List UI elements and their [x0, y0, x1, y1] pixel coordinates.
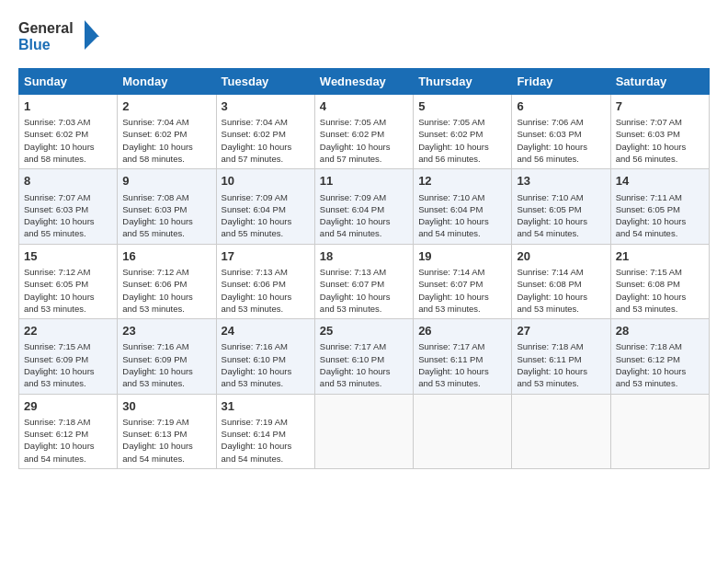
day-info-line: Sunset: 6:04 PM [222, 203, 310, 215]
day-number: 14 [616, 173, 704, 190]
day-info-line: Sunrise: 7:05 AM [418, 116, 506, 128]
day-info-line: Sunset: 6:03 PM [24, 203, 112, 215]
day-info-line: and 53 minutes. [320, 303, 408, 315]
day-cell: 29Sunrise: 7:18 AMSunset: 6:12 PMDayligh… [19, 394, 118, 468]
day-cell: 3Sunrise: 7:04 AMSunset: 6:02 PMDaylight… [216, 95, 314, 169]
day-info-line: Daylight: 10 hours [24, 440, 112, 452]
day-number: 4 [320, 98, 408, 115]
day-info-line: Sunrise: 7:14 AM [517, 266, 605, 278]
day-info-line: Sunrise: 7:09 AM [320, 191, 408, 203]
day-number: 19 [418, 248, 506, 265]
day-info-line: and 53 minutes. [222, 377, 310, 389]
col-wednesday: Wednesday [314, 69, 413, 95]
logo-area: General Blue [18, 17, 101, 59]
day-info-line: Sunset: 6:02 PM [122, 128, 210, 140]
day-number: 9 [122, 173, 210, 190]
calendar-page: General Blue Sunday Monday Tuesday Wedne… [0, 0, 728, 480]
day-info-line: Sunrise: 7:03 AM [24, 116, 112, 128]
day-number: 16 [122, 248, 210, 265]
day-cell: 30Sunrise: 7:19 AMSunset: 6:13 PMDayligh… [118, 394, 216, 468]
day-cell: 20Sunrise: 7:14 AMSunset: 6:08 PMDayligh… [512, 244, 610, 318]
day-number: 30 [122, 398, 210, 415]
day-info-line: Daylight: 10 hours [517, 215, 605, 227]
day-cell: 13Sunrise: 7:10 AMSunset: 6:05 PMDayligh… [512, 169, 610, 244]
day-info-line: Sunset: 6:02 PM [320, 128, 408, 140]
col-thursday: Thursday [414, 69, 512, 95]
day-info-line: and 55 minutes. [122, 227, 210, 239]
day-info-line: Daylight: 10 hours [616, 291, 704, 303]
day-info-line: and 54 minutes. [222, 453, 310, 465]
day-info-line: and 58 minutes. [122, 153, 210, 165]
day-number: 8 [24, 173, 112, 190]
day-cell [414, 394, 512, 468]
day-info-line: Sunrise: 7:19 AM [122, 416, 210, 428]
day-info-line: Sunrise: 7:10 AM [418, 191, 506, 203]
day-info-line: and 53 minutes. [320, 377, 408, 389]
day-cell [610, 394, 709, 468]
day-info-line: Sunset: 6:09 PM [24, 353, 112, 365]
day-number: 5 [418, 98, 506, 115]
day-info-line: Sunset: 6:04 PM [320, 203, 408, 215]
day-info-line: Daylight: 10 hours [320, 365, 408, 377]
day-info-line: Sunrise: 7:15 AM [616, 266, 704, 278]
day-cell: 2Sunrise: 7:04 AMSunset: 6:02 PMDaylight… [118, 95, 216, 169]
day-info-line: Sunset: 6:10 PM [320, 353, 408, 365]
day-info-line: and 56 minutes. [517, 153, 605, 165]
day-info-line: Daylight: 10 hours [122, 141, 210, 153]
day-info-line: Sunset: 6:08 PM [616, 278, 704, 290]
day-number: 7 [616, 98, 704, 115]
day-info-line: Sunrise: 7:11 AM [616, 191, 704, 203]
day-number: 2 [122, 98, 210, 115]
day-info-line: Daylight: 10 hours [616, 215, 704, 227]
day-info-line: and 54 minutes. [517, 227, 605, 239]
day-info-line: and 57 minutes. [320, 153, 408, 165]
day-info-line: Sunset: 6:02 PM [222, 128, 310, 140]
day-info-line: and 53 minutes. [616, 377, 704, 389]
calendar-body: 1Sunrise: 7:03 AMSunset: 6:02 PMDaylight… [19, 95, 710, 469]
day-number: 17 [222, 248, 310, 265]
day-cell: 12Sunrise: 7:10 AMSunset: 6:04 PMDayligh… [414, 169, 512, 244]
day-info-line: Daylight: 10 hours [222, 291, 310, 303]
day-info-line: Sunrise: 7:14 AM [418, 266, 506, 278]
day-info-line: Sunset: 6:03 PM [616, 128, 704, 140]
day-info-line: Sunset: 6:11 PM [418, 353, 506, 365]
week-row-3: 15Sunrise: 7:12 AMSunset: 6:05 PMDayligh… [19, 244, 710, 318]
day-number: 25 [320, 323, 408, 339]
day-info-line: Sunrise: 7:16 AM [122, 340, 210, 352]
day-cell: 6Sunrise: 7:06 AMSunset: 6:03 PMDaylight… [512, 95, 610, 169]
day-info-line: Sunset: 6:13 PM [122, 428, 210, 440]
day-info-line: Daylight: 10 hours [24, 215, 112, 227]
day-info-line: Sunrise: 7:13 AM [320, 266, 408, 278]
day-info-line: Sunrise: 7:04 AM [122, 116, 210, 128]
day-info-line: Sunrise: 7:08 AM [122, 191, 210, 203]
day-cell: 14Sunrise: 7:11 AMSunset: 6:05 PMDayligh… [610, 169, 709, 244]
day-info-line: Daylight: 10 hours [517, 141, 605, 153]
day-cell: 26Sunrise: 7:17 AMSunset: 6:11 PMDayligh… [414, 319, 512, 394]
day-number: 21 [616, 248, 704, 265]
day-info-line: Sunrise: 7:16 AM [222, 340, 310, 352]
day-info-line: Sunset: 6:03 PM [122, 203, 210, 215]
day-info-line: Daylight: 10 hours [517, 365, 605, 377]
day-info-line: Sunset: 6:05 PM [616, 203, 704, 215]
day-number: 27 [517, 323, 605, 339]
day-number: 28 [616, 323, 704, 339]
day-number: 13 [517, 173, 605, 190]
day-cell [512, 394, 610, 468]
day-number: 29 [24, 398, 112, 415]
day-info-line: Sunset: 6:03 PM [517, 128, 605, 140]
day-info-line: Sunrise: 7:18 AM [517, 340, 605, 352]
day-number: 20 [517, 248, 605, 265]
day-number: 1 [24, 98, 112, 115]
day-info-line: Daylight: 10 hours [24, 291, 112, 303]
day-info-line: Sunrise: 7:15 AM [24, 340, 112, 352]
day-info-line: Sunrise: 7:12 AM [24, 266, 112, 278]
day-cell: 28Sunrise: 7:18 AMSunset: 6:12 PMDayligh… [610, 319, 709, 394]
day-info-line: Daylight: 10 hours [122, 215, 210, 227]
day-info-line: Sunset: 6:12 PM [616, 353, 704, 365]
day-info-line: Sunset: 6:06 PM [122, 278, 210, 290]
day-info-line: Sunrise: 7:18 AM [24, 416, 112, 428]
day-cell: 19Sunrise: 7:14 AMSunset: 6:07 PMDayligh… [414, 244, 512, 318]
day-info-line: Sunset: 6:14 PM [222, 428, 310, 440]
day-info-line: Daylight: 10 hours [122, 291, 210, 303]
day-info-line: and 53 minutes. [418, 303, 506, 315]
